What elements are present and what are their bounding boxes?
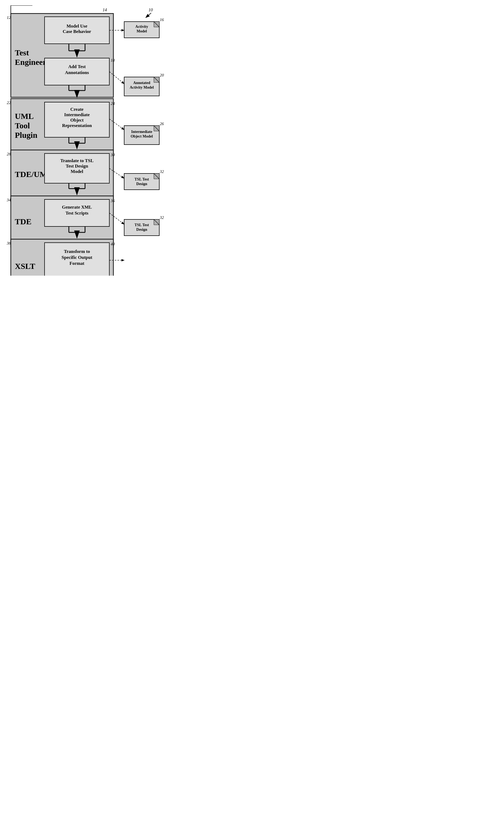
ref-34: 34 — [6, 198, 11, 202]
block2-label3: Plugin — [15, 130, 38, 139]
block1-outer-label: Test — [15, 48, 29, 57]
block2-inner-t1: Create — [70, 107, 84, 112]
ref-10: 10 — [148, 8, 153, 12]
art1-label1: Activity — [135, 25, 148, 29]
block2-inner-t4: Representation — [62, 123, 92, 128]
block4-label1: TDE — [15, 217, 32, 226]
ref-14: 14 — [103, 8, 107, 12]
ref-28: 28 — [7, 152, 11, 156]
ref-22: 22 — [7, 100, 11, 105]
ref-36: 36 — [110, 198, 115, 203]
block1-inner1-title1: Model Use — [67, 23, 87, 29]
art2-label2: Activity Model — [130, 85, 154, 89]
ref-18: 18 — [111, 58, 115, 62]
block2-label1: UML — [15, 112, 34, 120]
block4-inner-t1: Generate XML — [62, 204, 92, 210]
top-border — [11, 5, 32, 14]
ref-38: 38 — [6, 241, 11, 246]
art1-label2: Model — [137, 29, 147, 33]
block1-inner2-title1: Add Test — [68, 64, 86, 69]
block1-inner2-title2: Annotations — [65, 70, 89, 75]
block4-inner-t2: Test Scripts — [66, 211, 89, 216]
block5-inner-t3: Format — [70, 261, 84, 266]
ref-40: 40 — [111, 242, 115, 246]
block5-label1: XSLT — [15, 262, 35, 271]
block5-inner-t1: Transform to — [64, 249, 90, 254]
block2-inner-t3: Object — [70, 117, 83, 123]
block3-inner-t3: Model — [71, 169, 83, 174]
ref10-arrow — [146, 13, 151, 18]
block3-inner-t1: Translate to TSL — [60, 158, 93, 163]
ref-32a: 32 — [160, 169, 164, 174]
diagram: 14 10 12 Test Engineer Model Use Case Be… — [5, 5, 162, 277]
block2-inner-t2: Intermediate — [64, 112, 90, 117]
art3-label1: Intermediate — [131, 130, 152, 134]
block3-inner-t2: Test Design — [66, 163, 89, 168]
art5-label2: Design — [136, 228, 147, 232]
block1-inner1-title2: Case Behavior — [63, 29, 91, 34]
ref-16: 16 — [160, 18, 164, 22]
ref-24: 24 — [111, 101, 115, 106]
art2-label1: Annotated — [133, 81, 150, 85]
ref-26: 26 — [160, 122, 164, 126]
block2-label2: Tool — [15, 121, 30, 130]
art5-label1: TSL Test — [134, 223, 149, 227]
ref-12: 12 — [7, 15, 11, 20]
art3-label2: Object Model — [131, 134, 153, 138]
diagram-svg: 14 10 12 Test Engineer Model Use Case Be… — [5, 5, 167, 276]
art4-label2: Design — [136, 182, 147, 186]
ref-20: 20 — [160, 73, 164, 77]
art4-label1: TSL Test — [134, 177, 149, 181]
ref-32b: 32 — [160, 216, 164, 220]
block1-outer-label2: Engineer — [15, 58, 46, 66]
ref-30: 30 — [110, 153, 115, 157]
block5-inner-t2: Specific Output — [62, 255, 92, 260]
